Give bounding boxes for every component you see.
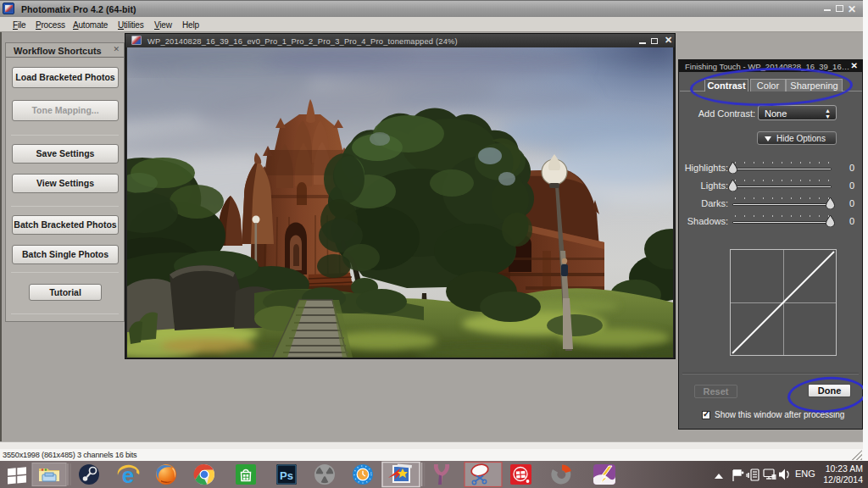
svg-text:Ps: Ps xyxy=(280,469,293,482)
